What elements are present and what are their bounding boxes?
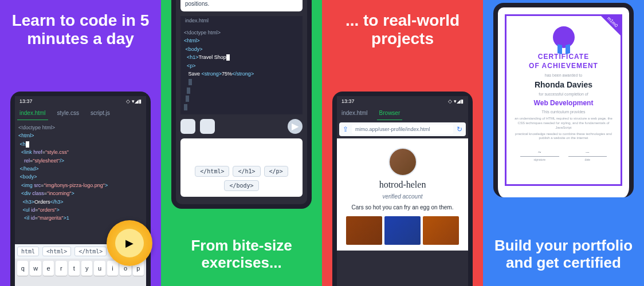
status-icons: ◇ ▾◢▮: [126, 98, 142, 104]
cert-sub2: for successful completion of: [512, 92, 615, 96]
share-icon[interactable]: ⇪: [343, 125, 348, 133]
profile-verified: verified account: [343, 193, 462, 200]
key-w[interactable]: w: [30, 261, 41, 276]
medal-icon: [553, 26, 575, 48]
status-time: 13:37: [19, 98, 33, 104]
cert-title-1: CERTIFICATE: [512, 53, 615, 62]
avatar: [388, 148, 417, 176]
chip-h1[interactable]: </h1>: [233, 166, 260, 177]
profile-page: hotrod-helen verified account Cars so ho…: [337, 138, 468, 251]
tab-script[interactable]: script.js: [88, 106, 112, 120]
award-badge: ▶: [107, 220, 152, 266]
status-time-3: 13:37: [341, 98, 355, 104]
sig-right: ···date: [564, 150, 612, 162]
tab-style[interactable]: style.css: [55, 106, 81, 120]
play-award-icon: ▶: [115, 229, 144, 257]
tagline-2: From bite-size exercises...: [161, 237, 322, 272]
headline-1: Learn to code in 5 minutes a day: [0, 0, 161, 48]
url-field[interactable]: mimo.app/user-profile/index.html: [352, 125, 453, 134]
thumbnail-row: [343, 216, 462, 245]
thumb-1[interactable]: [346, 216, 382, 245]
cert-sub3: This curriculum provides: [512, 110, 615, 114]
profile-name: hotrod-helen: [343, 180, 462, 190]
editor-tabs-3: index.html Browser: [337, 106, 468, 120]
chip-p[interactable]: </p>: [264, 166, 288, 177]
tab-index-3[interactable]: index.html: [339, 106, 370, 120]
key-i[interactable]: i: [107, 261, 118, 276]
profile-bio: Cars so hot you can fry an egg on them.: [343, 204, 462, 210]
tab-index[interactable]: index.html: [17, 106, 48, 120]
phone-mockup-3: 13:37◇ ▾◢▮ index.html Browser ⇪ mimo.app…: [332, 92, 473, 286]
signature-row: ~signature ···date: [512, 149, 615, 162]
code-editor-1[interactable]: <!doctype html> <html> <h <link href="st…: [15, 120, 146, 226]
key-t[interactable]: t: [69, 261, 80, 276]
thumb-3[interactable]: [423, 216, 459, 245]
cert-tiny2: practical knowledge needed to combine th…: [512, 132, 615, 141]
cert-title-2: OF ACHIEVEMENT: [512, 62, 615, 71]
status-bar-3: 13:37◇ ▾◢▮: [337, 96, 468, 106]
reload-icon[interactable]: ↻: [457, 125, 462, 133]
panel-projects: ... to real-world projects 13:37◇ ▾◢▮ in…: [322, 0, 483, 286]
panel-learn: Learn to code in 5 minutes a day 13:37◇ …: [0, 0, 161, 286]
run-button[interactable]: ▶: [288, 119, 303, 134]
key-q[interactable]: q: [17, 261, 28, 276]
cert-tiny1: an understanding of HTML required to str…: [512, 117, 615, 130]
browser-bar: ⇪ mimo.app/user-profile/index.html ↻: [339, 122, 466, 136]
filename-label: index.html: [180, 16, 303, 25]
tagline-4: Build your portfolio and get certified: [483, 237, 644, 272]
cert-name: Rhonda Davies: [512, 80, 615, 89]
hint-2[interactable]: <html>: [42, 247, 71, 256]
cursor-2: [226, 54, 230, 61]
phone-mockup-4: m1m0 CERTIFICATE OF ACHIEVEMENT has been…: [493, 3, 634, 197]
text-cursor: [26, 141, 29, 148]
tab-browser[interactable]: Browser: [377, 106, 403, 120]
status-bar: 13:37◇ ▾◢▮: [15, 96, 146, 106]
chips-area: </html> </h1> </p> </body>: [180, 138, 303, 197]
certificate: m1m0 CERTIFICATE OF ACHIEVEMENT has been…: [505, 14, 622, 186]
key-r[interactable]: r: [56, 261, 66, 276]
cert-sub1: has been awarded to: [512, 73, 615, 77]
exercise-prompt: positions.: [180, 0, 303, 11]
headline-3: ... to real-world projects: [322, 0, 483, 48]
panel-certified: m1m0 CERTIFICATE OF ACHIEVEMENT has been…: [483, 0, 644, 286]
cert-course: Web Development: [512, 99, 615, 107]
thumb-2[interactable]: [384, 216, 421, 245]
editor-tabs: index.html style.css script.js: [15, 106, 146, 120]
status-icons-3: ◇ ▾◢▮: [448, 98, 464, 104]
hint-3[interactable]: </html>: [74, 247, 107, 256]
redo-button[interactable]: [200, 119, 215, 134]
key-y[interactable]: y: [81, 261, 92, 276]
hint-1[interactable]: html: [17, 247, 39, 256]
phone-mockup-2: positions. index.html <!doctype html> <h…: [171, 0, 312, 209]
nav-buttons: ▶: [176, 114, 307, 138]
panel-exercises: positions. index.html <!doctype html> <h…: [161, 0, 322, 286]
chip-html[interactable]: </html>: [195, 166, 229, 177]
undo-button[interactable]: [180, 119, 195, 134]
key-u[interactable]: u: [94, 261, 105, 276]
code-editor-2[interactable]: <!doctype html> <html> <body> <h1>Travel…: [180, 25, 303, 114]
chip-body[interactable]: </body>: [224, 180, 258, 191]
sig-left: ~signature: [516, 149, 564, 162]
key-e[interactable]: e: [43, 261, 54, 276]
